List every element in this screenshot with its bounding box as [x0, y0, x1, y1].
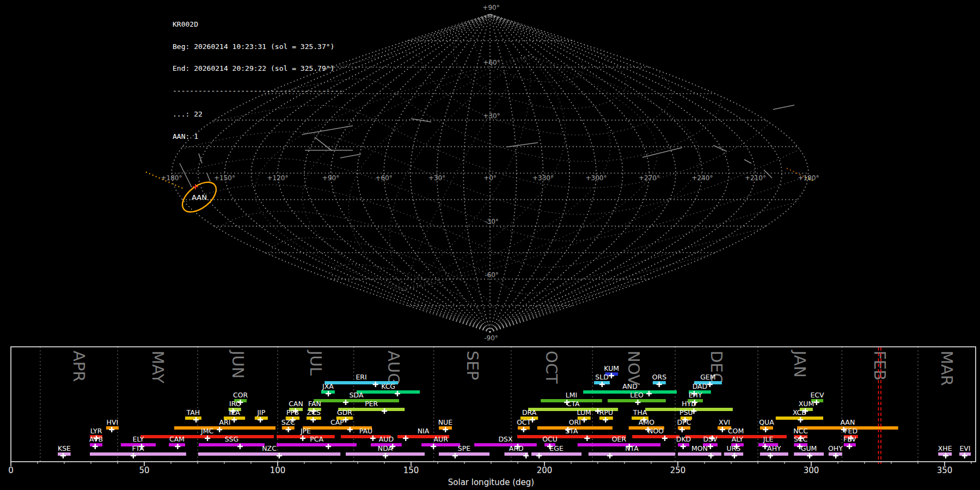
- shower-bar-SPE: [439, 452, 489, 456]
- shower-label-DRA: DRA: [522, 408, 537, 416]
- month-label-nov: NOV: [624, 351, 643, 385]
- shower-label-ERI: ERI: [356, 373, 366, 381]
- shower-label-ORI: ORI: [569, 418, 581, 426]
- meteor-track: [744, 160, 751, 163]
- longitude-label: +330°: [532, 174, 554, 182]
- shower-label-NOO: NOO: [648, 427, 664, 435]
- shower-label-FAN: FAN: [308, 400, 321, 408]
- meteor-track: [773, 105, 794, 109]
- shower-label-DSX: DSX: [498, 435, 513, 443]
- shower-bar-SSG: [199, 443, 265, 446]
- count-aan: AAN: 1: [173, 133, 343, 140]
- shower-bar-TAH: [185, 416, 201, 420]
- shower-label-NIA: NIA: [418, 427, 430, 435]
- shower-label-OER: OER: [612, 435, 627, 443]
- shower-label-SPE: SPE: [458, 444, 470, 452]
- shower-label-MON: MON: [691, 444, 708, 452]
- shower-label-ALY: ALY: [732, 435, 744, 443]
- shower-bar-JPE: [277, 435, 335, 438]
- shower-label-GDR: GDR: [337, 408, 352, 416]
- longitude-label: +240°: [692, 174, 713, 182]
- shower-label-NDA: NDA: [378, 444, 393, 452]
- shower-label-CAP: CAP: [330, 418, 344, 426]
- shower-label-GUM: GUM: [801, 444, 817, 452]
- longitude-label: +270°: [639, 174, 660, 182]
- shower-label-CTA: CTA: [567, 400, 580, 408]
- shower-label-ECV: ECV: [810, 391, 824, 399]
- shower-label-FEV: FEV: [843, 435, 856, 443]
- shower-label-SDA: SDA: [350, 391, 364, 399]
- shower-label-JMC: JMC: [200, 427, 213, 435]
- longitude-label: +0°: [483, 174, 497, 182]
- longitude-label: +180°: [161, 174, 182, 182]
- session-end: End: 20260214 20:29:22 (sol = 325.79°): [173, 65, 343, 72]
- axis-tick-label: 0: [8, 465, 14, 475]
- meteor-track: [199, 154, 202, 163]
- shower-label-CAN: CAN: [289, 400, 303, 408]
- axis-tick-label: 200: [537, 465, 553, 475]
- shower-label-JXA: JXA: [322, 382, 334, 390]
- shower-label-JPE: JPE: [300, 427, 311, 435]
- pole-label-south: -90°: [484, 334, 498, 342]
- month-label-oct: OCT: [542, 351, 561, 384]
- meteor-track: [411, 119, 431, 122]
- grid-meridian: [490, 14, 596, 332]
- meteor-track: [642, 148, 682, 157]
- shower-label-LUM: LUM: [577, 408, 591, 416]
- shower-label-OCU: OCU: [542, 435, 558, 443]
- shower-label-URS: URS: [727, 444, 741, 452]
- shower-label-XHE: XHE: [938, 444, 952, 452]
- tilted-grid-meridian: [348, 56, 529, 291]
- shower-label-DAD: DAD: [693, 382, 708, 390]
- meteor-track: [713, 145, 727, 151]
- shower-label-AAN: AAN: [840, 418, 855, 426]
- shower-label-SLD: SLD: [595, 373, 609, 381]
- shower-label-LMI: LMI: [566, 391, 577, 399]
- axis-tick-label: 250: [670, 465, 686, 475]
- shower-label-FTA: FTA: [132, 444, 144, 452]
- axis-tick-label: 100: [270, 465, 286, 475]
- shower-label-ELY: ELY: [133, 435, 144, 443]
- longitude-label: +60°: [375, 174, 392, 182]
- shower-label-OHY: OHY: [828, 444, 843, 452]
- shower-label-OCT: OCT: [517, 418, 531, 426]
- shower-label-LYR: LYR: [90, 427, 102, 435]
- shower-label-QUA: QUA: [759, 418, 774, 426]
- shower-label-COM: COM: [728, 427, 744, 435]
- longitude-label: +30°: [428, 174, 445, 182]
- meteor-track: [506, 143, 538, 147]
- shower-bar-SDA: [314, 399, 399, 402]
- shower-label-NZC: NZC: [262, 444, 277, 452]
- shower-label-AND: AND: [622, 382, 638, 390]
- shower-label-EHY: EHY: [689, 391, 702, 399]
- shower-label-PER: PER: [365, 400, 378, 408]
- shower-label-NUE: NUE: [438, 418, 452, 426]
- shower-label-EVI: EVI: [959, 444, 970, 452]
- axis-tick-label: 50: [139, 465, 149, 475]
- session-begin: Beg: 20260214 10:23:31 (sol = 325.37°): [173, 43, 343, 51]
- month-label-jul: JUL: [307, 350, 325, 376]
- shower-label-IEA: IEA: [229, 408, 241, 416]
- shower-bar-AHY: [760, 452, 788, 456]
- longitude-label: +180°: [798, 174, 819, 182]
- activity-chart: APRMAYJUNJULAUGSEPOCTNOVDECJANFEBMARKUME…: [8, 347, 976, 487]
- latitude-label: -60°: [485, 271, 499, 279]
- shower-label-AHY: AHY: [767, 444, 781, 452]
- shower-label-DSV: DSV: [703, 435, 718, 443]
- shower-label-NCC: NCC: [793, 427, 808, 435]
- shower-label-XUM: XUM: [799, 400, 814, 408]
- shower-bar-OER: [578, 443, 660, 446]
- shower-bar-STA: [517, 435, 626, 438]
- shower-label-THA: THA: [633, 408, 647, 416]
- aan-label: AAN: [192, 193, 207, 201]
- shower-label-KUM: KUM: [604, 364, 619, 372]
- meteor-track: [207, 173, 210, 181]
- axis-tick-label: 350: [937, 465, 953, 475]
- meteor-track: [340, 154, 361, 158]
- shower-label-PPS: PPS: [286, 408, 299, 416]
- latitude-label: +60°: [483, 59, 500, 66]
- shower-label-ORS: ORS: [652, 373, 667, 381]
- shower-label-IRC: IRC: [229, 400, 241, 408]
- shower-bar-NOO: [632, 435, 679, 438]
- month-label-mar: MAR: [938, 351, 956, 386]
